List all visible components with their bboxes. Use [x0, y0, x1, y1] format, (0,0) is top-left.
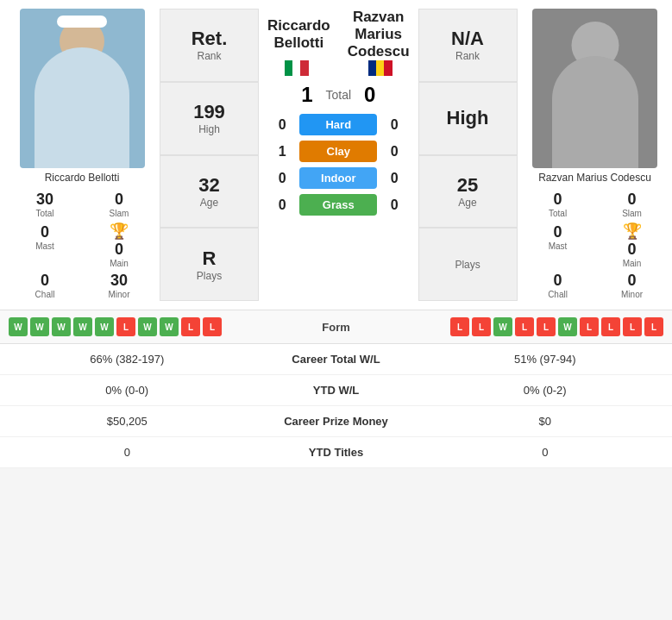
- right-body-shape: [552, 56, 638, 168]
- total-label: Total: [325, 88, 351, 102]
- form-badge-right-9: L: [644, 317, 663, 336]
- form-badge-right-7: L: [601, 317, 620, 336]
- stats-cell-label-1: YTD W/L: [242, 384, 431, 397]
- stats-cell-left-3: 0: [13, 446, 242, 459]
- right-minor-stat: 0 Minor: [596, 270, 669, 301]
- form-badge-left-2: W: [52, 317, 71, 336]
- form-badge-left-9: L: [203, 317, 222, 336]
- headband: [57, 16, 107, 28]
- trophy-area-left: 🏆 0 Main: [83, 222, 155, 268]
- left-mast-stat: 0 Mast: [9, 222, 81, 268]
- body-shape: [35, 47, 129, 168]
- total-score-row: 1 Total 0: [301, 83, 375, 107]
- trophy-icon-left: 🏆: [110, 222, 129, 241]
- indoor-score-right: 0: [386, 171, 403, 186]
- grass-score-left: 0: [273, 197, 291, 213]
- form-badge-left-6: W: [138, 317, 157, 336]
- player-right-photo: [532, 9, 657, 168]
- total-score-left: 1: [301, 83, 312, 107]
- middle-stats-left: Ret. Rank 199 High 32 Age R Plays: [160, 9, 259, 301]
- stats-row-3: 0YTD Titles0: [0, 437, 672, 468]
- indoor-score-left: 0: [273, 171, 291, 186]
- surface-btn-indoor[interactable]: Indoor: [299, 167, 377, 189]
- clay-score-left: 1: [273, 144, 291, 160]
- form-badge-right-6: L: [580, 317, 599, 336]
- player-left-stats: 30 Total 0 Slam 0 Mast 🏆 0 Main 0: [9, 189, 155, 301]
- surface-btn-clay[interactable]: Clay: [299, 141, 377, 162]
- form-badge-left-4: W: [95, 317, 114, 336]
- right-player-name-center: Razvan Marius Codescu: [348, 9, 410, 60]
- form-badge-right-8: L: [623, 317, 642, 336]
- surface-row-hard: 0 Hard 0: [267, 114, 410, 135]
- left-chall-stat: 0 Chall: [9, 270, 81, 301]
- form-badge-left-3: W: [73, 317, 92, 336]
- stats-cell-label-2: Career Prize Money: [242, 415, 431, 428]
- rank-box-right: N/A Rank: [418, 9, 518, 82]
- player-right-card: Razvan Marius Codescu 0 Total 0 Slam 0 M…: [522, 9, 669, 301]
- stats-cell-right-3: 0: [431, 446, 660, 459]
- right-mast-stat: 0 Mast: [522, 222, 594, 268]
- rank-box-left: Ret. Rank: [160, 9, 259, 82]
- form-badge-left-0: W: [9, 317, 28, 336]
- total-score-right: 0: [364, 83, 375, 107]
- surface-row-indoor: 0 Indoor 0: [267, 167, 410, 189]
- hard-score-right: 0: [386, 117, 403, 133]
- stats-cell-left-1: 0% (0-0): [13, 384, 242, 397]
- surface-rows: 0 Hard 0 1 Clay 0 0 Indoor 0 0 Grass: [267, 114, 410, 216]
- high-box-left: 199 High: [160, 82, 259, 155]
- left-total-stat: 30 Total: [9, 189, 81, 220]
- form-badge-right-3: L: [515, 317, 534, 336]
- stats-row-1: 0% (0-0)YTD W/L0% (0-2): [0, 375, 672, 406]
- flags-row: [267, 60, 410, 76]
- form-badge-right-5: W: [558, 317, 577, 336]
- right-slam-stat: 0 Slam: [596, 189, 669, 220]
- form-badge-left-7: W: [160, 317, 179, 336]
- plays-box-right: Plays: [418, 228, 518, 301]
- form-badge-left-8: L: [181, 317, 200, 336]
- surface-btn-grass[interactable]: Grass: [299, 194, 377, 216]
- left-slam-stat: 0 Slam: [83, 189, 155, 220]
- stats-cell-label-0: Career Total W/L: [242, 353, 431, 366]
- stats-cell-left-0: 66% (382-197): [13, 353, 242, 366]
- players-section: Riccardo Bellotti 30 Total 0 Slam 0 Mast…: [0, 0, 672, 310]
- trophy-icon-right: 🏆: [623, 222, 642, 241]
- names-versus-row: Riccardo Bellotti Razvan Marius Codescu: [267, 9, 410, 60]
- stats-cell-right-1: 0% (0-2): [431, 384, 660, 397]
- age-box-right: 25 Age: [418, 155, 518, 229]
- stats-cell-right-0: 51% (97-94): [431, 353, 660, 366]
- stats-cell-left-2: $50,205: [13, 415, 242, 428]
- player-right-name: Razvan Marius Codescu: [538, 172, 651, 184]
- clay-score-right: 0: [386, 144, 403, 160]
- hard-score-left: 0: [273, 117, 291, 133]
- stats-cell-right-2: $0: [431, 415, 660, 428]
- surface-row-grass: 0 Grass 0: [267, 194, 410, 216]
- form-badge-right-0: L: [450, 317, 469, 336]
- right-stats: N/A Rank High 25 Age Plays: [418, 9, 518, 301]
- stats-table: 66% (382-197)Career Total W/L51% (97-94)…: [0, 343, 672, 468]
- player-left-name: Riccardo Bellotti: [45, 172, 120, 184]
- form-badge-right-1: L: [472, 317, 491, 336]
- form-badge-right-2: W: [493, 317, 512, 336]
- left-player-name-center: Riccardo Bellotti: [267, 17, 330, 52]
- trophy-area-right: 🏆 0 Main: [596, 222, 669, 268]
- form-badge-left-5: L: [116, 317, 135, 336]
- age-box-left: 32 Age: [160, 155, 259, 229]
- player-left-card: Riccardo Bellotti 30 Total 0 Slam 0 Mast…: [9, 9, 155, 301]
- grass-score-right: 0: [386, 197, 403, 213]
- center-section: Riccardo Bellotti Razvan Marius Codescu …: [263, 9, 414, 301]
- main-container: Riccardo Bellotti 30 Total 0 Slam 0 Mast…: [0, 0, 672, 468]
- stats-row-0: 66% (382-197)Career Total W/L51% (97-94): [0, 344, 672, 375]
- left-minor-stat: 30 Minor: [83, 270, 155, 301]
- form-right: LLWLLWLLLL: [375, 317, 664, 336]
- right-chall-stat: 0 Chall: [522, 270, 594, 301]
- high-box-right: High: [418, 82, 518, 155]
- surface-row-clay: 1 Clay 0: [267, 141, 410, 162]
- form-badge-right-4: L: [537, 317, 556, 336]
- surface-btn-hard[interactable]: Hard: [299, 114, 377, 135]
- player-left-photo: [20, 9, 145, 168]
- flag-italy: [285, 60, 309, 76]
- stats-row-2: $50,205Career Prize Money$0: [0, 406, 672, 437]
- form-badge-left-1: W: [30, 317, 49, 336]
- flag-romania: [368, 60, 393, 76]
- form-section: WWWWWLWWLL Form LLWLLWLLLL: [0, 310, 672, 343]
